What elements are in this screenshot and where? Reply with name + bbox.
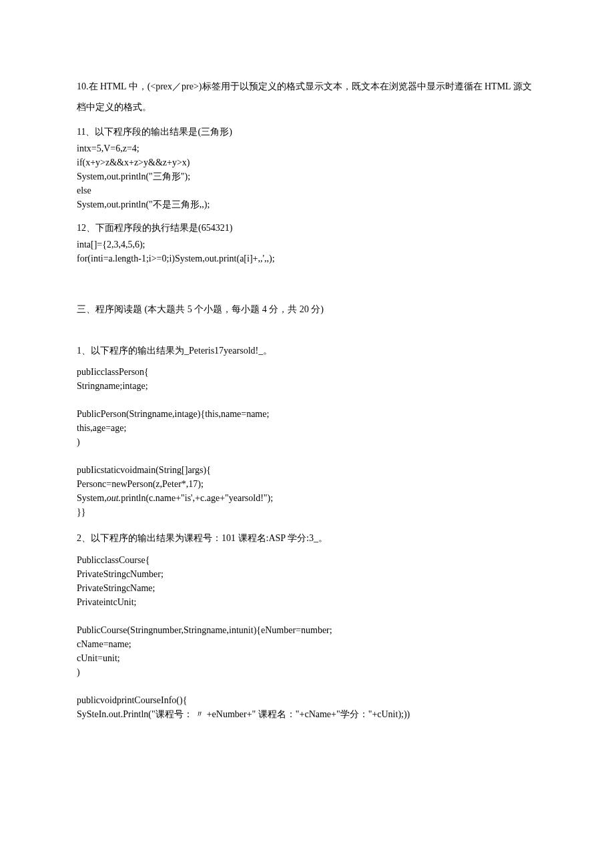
question-10: 10.在 HTML 中，(<prex／pre>)标签用于以预定义的格式显示文本，… xyxy=(77,77,537,118)
program-2-code: PublicclassCourse{PrivateStringcNumber;P… xyxy=(77,553,537,721)
code-line xyxy=(77,393,537,407)
question-11-code: intx=5,V=6,z=4;if(x+y>z&&x+z>y&&z+y>x)Sy… xyxy=(77,141,537,211)
program-1-head: 1、以下程序的输出结果为_Peteris17yearsold!_。 xyxy=(77,344,537,358)
code-line xyxy=(77,609,537,623)
code-line: System,out.println("不是三角形,,); xyxy=(77,197,537,211)
code-line: PrivateStringcName; xyxy=(77,581,537,595)
code-line: if(x+y>z&&x+z>y&&z+y>x) xyxy=(77,155,537,169)
program-1-code: pubIicclassPerson{Stringname;intage; Pub… xyxy=(77,365,537,519)
code-line: PrivateintcUnit; xyxy=(77,595,537,609)
code-line: else xyxy=(77,183,537,197)
code-line: PublicCourse(Stringnumber,Stringname,int… xyxy=(77,623,537,637)
document-page: 10.在 HTML 中，(<prex／pre>)标签用于以预定义的格式显示文本，… xyxy=(0,0,614,868)
code-line: intx=5,V=6,z=4; xyxy=(77,141,537,155)
code-line: Personc=newPerson(z,Peter*,17); xyxy=(77,477,537,491)
code-line: publicvoidprintCourseInfo(){ xyxy=(77,693,537,707)
code-line: cName=name; xyxy=(77,637,537,651)
code-line: ) xyxy=(77,435,537,449)
code-line: for(inti=a.length-1;i>=0;i)System,out.pr… xyxy=(77,252,537,266)
code-line: pubIicclassPerson{ xyxy=(77,365,537,379)
code-line: Stringname;intage; xyxy=(77,379,537,393)
code-line: }} xyxy=(77,505,537,519)
program-2-head: 2、以下程序的输出结果为课程号：101 课程名:ASP 学分:3_。 xyxy=(77,531,537,546)
code-line: pubIicstaticvoidmain(String[]args){ xyxy=(77,463,537,477)
question-11-head: 11、以下程序段的输出结果是(三角形) xyxy=(77,125,537,139)
code-line: PublicPerson(Stringname,intage){this,nam… xyxy=(77,407,537,421)
code-line xyxy=(77,679,537,693)
code-line: PublicclassCourse{ xyxy=(77,553,537,567)
code-line: System,out.println(c.name+"is',+c.age+"y… xyxy=(77,491,537,505)
code-line: this,age=age; xyxy=(77,421,537,435)
code-line xyxy=(77,449,537,463)
code-line: SySteIn.out.Println("课程号： 〃 +eNumber+" 课… xyxy=(77,707,537,721)
code-line: inta[]={2,3,4,5,6); xyxy=(77,238,537,252)
code-line: ) xyxy=(77,665,537,679)
code-line: PrivateStringcNumber; xyxy=(77,567,537,581)
section-3-heading: 三、程序阅读题 (本大题共 5 个小题，每小题 4 分，共 20 分) xyxy=(77,302,537,317)
code-line: System,out.println("三角形"); xyxy=(77,169,537,183)
question-12-head: 12、下面程序段的执行结果是(654321) xyxy=(77,221,537,235)
question-12-code: inta[]={2,3,4,5,6);for(inti=a.length-1;i… xyxy=(77,238,537,266)
code-line: cUnit=unit; xyxy=(77,651,537,665)
